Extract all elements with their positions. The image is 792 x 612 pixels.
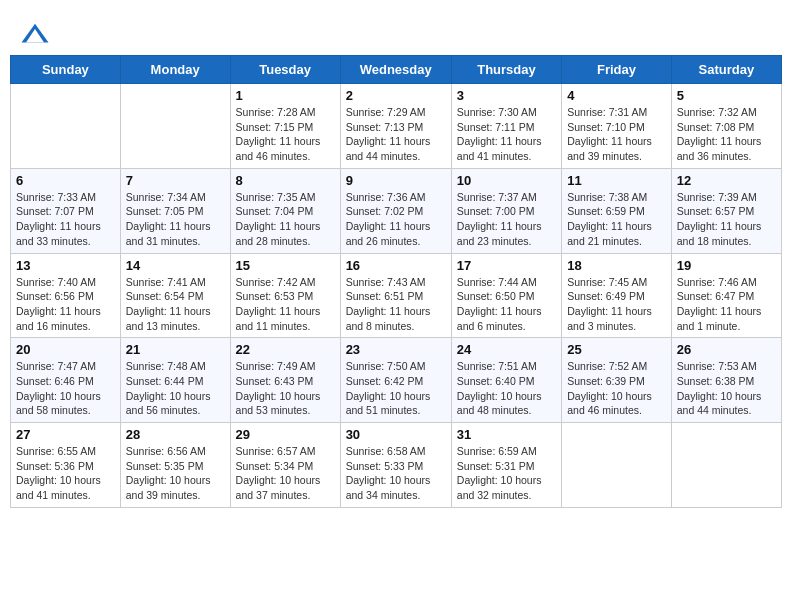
day-detail: Sunrise: 7:42 AMSunset: 6:53 PMDaylight:… — [236, 275, 335, 334]
day-header-tuesday: Tuesday — [230, 56, 340, 84]
day-number: 22 — [236, 342, 335, 357]
day-detail: Sunrise: 7:52 AMSunset: 6:39 PMDaylight:… — [567, 359, 666, 418]
calendar-cell: 1 Sunrise: 7:28 AMSunset: 7:15 PMDayligh… — [230, 84, 340, 169]
calendar-week-1: 1 Sunrise: 7:28 AMSunset: 7:15 PMDayligh… — [11, 84, 782, 169]
day-number: 17 — [457, 258, 556, 273]
day-number: 6 — [16, 173, 115, 188]
day-detail: Sunrise: 7:36 AMSunset: 7:02 PMDaylight:… — [346, 190, 446, 249]
day-number: 26 — [677, 342, 776, 357]
day-detail: Sunrise: 7:29 AMSunset: 7:13 PMDaylight:… — [346, 105, 446, 164]
day-number: 13 — [16, 258, 115, 273]
day-number: 2 — [346, 88, 446, 103]
day-number: 5 — [677, 88, 776, 103]
calendar-cell: 16 Sunrise: 7:43 AMSunset: 6:51 PMDaylig… — [340, 253, 451, 338]
calendar-cell — [671, 423, 781, 508]
day-header-thursday: Thursday — [451, 56, 561, 84]
calendar-cell: 17 Sunrise: 7:44 AMSunset: 6:50 PMDaylig… — [451, 253, 561, 338]
day-number: 24 — [457, 342, 556, 357]
day-number: 8 — [236, 173, 335, 188]
calendar-cell: 4 Sunrise: 7:31 AMSunset: 7:10 PMDayligh… — [562, 84, 672, 169]
calendar-cell: 5 Sunrise: 7:32 AMSunset: 7:08 PMDayligh… — [671, 84, 781, 169]
calendar-cell: 9 Sunrise: 7:36 AMSunset: 7:02 PMDayligh… — [340, 168, 451, 253]
calendar-cell: 11 Sunrise: 7:38 AMSunset: 6:59 PMDaylig… — [562, 168, 672, 253]
day-detail: Sunrise: 7:34 AMSunset: 7:05 PMDaylight:… — [126, 190, 225, 249]
calendar-cell: 18 Sunrise: 7:45 AMSunset: 6:49 PMDaylig… — [562, 253, 672, 338]
calendar-week-5: 27 Sunrise: 6:55 AMSunset: 5:36 PMDaylig… — [11, 423, 782, 508]
day-detail: Sunrise: 7:43 AMSunset: 6:51 PMDaylight:… — [346, 275, 446, 334]
calendar-cell: 10 Sunrise: 7:37 AMSunset: 7:00 PMDaylig… — [451, 168, 561, 253]
calendar-cell: 20 Sunrise: 7:47 AMSunset: 6:46 PMDaylig… — [11, 338, 121, 423]
day-detail: Sunrise: 7:49 AMSunset: 6:43 PMDaylight:… — [236, 359, 335, 418]
day-header-saturday: Saturday — [671, 56, 781, 84]
day-detail: Sunrise: 7:30 AMSunset: 7:11 PMDaylight:… — [457, 105, 556, 164]
day-detail: Sunrise: 7:32 AMSunset: 7:08 PMDaylight:… — [677, 105, 776, 164]
calendar-cell: 13 Sunrise: 7:40 AMSunset: 6:56 PMDaylig… — [11, 253, 121, 338]
day-number: 11 — [567, 173, 666, 188]
calendar-week-4: 20 Sunrise: 7:47 AMSunset: 6:46 PMDaylig… — [11, 338, 782, 423]
day-number: 27 — [16, 427, 115, 442]
day-detail: Sunrise: 6:56 AMSunset: 5:35 PMDaylight:… — [126, 444, 225, 503]
day-detail: Sunrise: 6:58 AMSunset: 5:33 PMDaylight:… — [346, 444, 446, 503]
calendar-cell: 23 Sunrise: 7:50 AMSunset: 6:42 PMDaylig… — [340, 338, 451, 423]
calendar-cell: 3 Sunrise: 7:30 AMSunset: 7:11 PMDayligh… — [451, 84, 561, 169]
day-detail: Sunrise: 7:50 AMSunset: 6:42 PMDaylight:… — [346, 359, 446, 418]
day-number: 20 — [16, 342, 115, 357]
day-header-sunday: Sunday — [11, 56, 121, 84]
calendar-cell: 29 Sunrise: 6:57 AMSunset: 5:34 PMDaylig… — [230, 423, 340, 508]
calendar-cell: 28 Sunrise: 6:56 AMSunset: 5:35 PMDaylig… — [120, 423, 230, 508]
day-number: 18 — [567, 258, 666, 273]
page-header — [10, 10, 782, 55]
calendar-cell: 26 Sunrise: 7:53 AMSunset: 6:38 PMDaylig… — [671, 338, 781, 423]
day-number: 21 — [126, 342, 225, 357]
day-number: 19 — [677, 258, 776, 273]
day-number: 23 — [346, 342, 446, 357]
calendar-cell: 22 Sunrise: 7:49 AMSunset: 6:43 PMDaylig… — [230, 338, 340, 423]
day-detail: Sunrise: 7:48 AMSunset: 6:44 PMDaylight:… — [126, 359, 225, 418]
calendar-cell: 15 Sunrise: 7:42 AMSunset: 6:53 PMDaylig… — [230, 253, 340, 338]
day-number: 16 — [346, 258, 446, 273]
day-detail: Sunrise: 7:44 AMSunset: 6:50 PMDaylight:… — [457, 275, 556, 334]
day-detail: Sunrise: 7:47 AMSunset: 6:46 PMDaylight:… — [16, 359, 115, 418]
day-number: 25 — [567, 342, 666, 357]
day-detail: Sunrise: 7:40 AMSunset: 6:56 PMDaylight:… — [16, 275, 115, 334]
day-number: 28 — [126, 427, 225, 442]
day-number: 29 — [236, 427, 335, 442]
calendar-cell: 25 Sunrise: 7:52 AMSunset: 6:39 PMDaylig… — [562, 338, 672, 423]
day-detail: Sunrise: 7:28 AMSunset: 7:15 PMDaylight:… — [236, 105, 335, 164]
day-detail: Sunrise: 6:59 AMSunset: 5:31 PMDaylight:… — [457, 444, 556, 503]
calendar-cell — [11, 84, 121, 169]
calendar-cell — [120, 84, 230, 169]
day-detail: Sunrise: 7:38 AMSunset: 6:59 PMDaylight:… — [567, 190, 666, 249]
calendar-week-2: 6 Sunrise: 7:33 AMSunset: 7:07 PMDayligh… — [11, 168, 782, 253]
day-detail: Sunrise: 7:41 AMSunset: 6:54 PMDaylight:… — [126, 275, 225, 334]
calendar-cell: 7 Sunrise: 7:34 AMSunset: 7:05 PMDayligh… — [120, 168, 230, 253]
day-header-friday: Friday — [562, 56, 672, 84]
calendar-cell: 30 Sunrise: 6:58 AMSunset: 5:33 PMDaylig… — [340, 423, 451, 508]
day-number: 1 — [236, 88, 335, 103]
calendar-cell: 24 Sunrise: 7:51 AMSunset: 6:40 PMDaylig… — [451, 338, 561, 423]
day-header-monday: Monday — [120, 56, 230, 84]
day-detail: Sunrise: 7:37 AMSunset: 7:00 PMDaylight:… — [457, 190, 556, 249]
calendar-table: SundayMondayTuesdayWednesdayThursdayFrid… — [10, 55, 782, 508]
day-detail: Sunrise: 7:33 AMSunset: 7:07 PMDaylight:… — [16, 190, 115, 249]
calendar-cell: 31 Sunrise: 6:59 AMSunset: 5:31 PMDaylig… — [451, 423, 561, 508]
logo-icon — [20, 20, 50, 50]
day-number: 9 — [346, 173, 446, 188]
calendar-cell: 12 Sunrise: 7:39 AMSunset: 6:57 PMDaylig… — [671, 168, 781, 253]
day-detail: Sunrise: 7:39 AMSunset: 6:57 PMDaylight:… — [677, 190, 776, 249]
calendar-cell — [562, 423, 672, 508]
day-number: 4 — [567, 88, 666, 103]
day-number: 7 — [126, 173, 225, 188]
day-detail: Sunrise: 6:57 AMSunset: 5:34 PMDaylight:… — [236, 444, 335, 503]
day-detail: Sunrise: 7:35 AMSunset: 7:04 PMDaylight:… — [236, 190, 335, 249]
calendar-header-row: SundayMondayTuesdayWednesdayThursdayFrid… — [11, 56, 782, 84]
calendar-cell: 27 Sunrise: 6:55 AMSunset: 5:36 PMDaylig… — [11, 423, 121, 508]
day-header-wednesday: Wednesday — [340, 56, 451, 84]
calendar-cell: 6 Sunrise: 7:33 AMSunset: 7:07 PMDayligh… — [11, 168, 121, 253]
day-number: 31 — [457, 427, 556, 442]
day-detail: Sunrise: 6:55 AMSunset: 5:36 PMDaylight:… — [16, 444, 115, 503]
day-detail: Sunrise: 7:31 AMSunset: 7:10 PMDaylight:… — [567, 105, 666, 164]
day-number: 15 — [236, 258, 335, 273]
day-number: 14 — [126, 258, 225, 273]
day-number: 12 — [677, 173, 776, 188]
